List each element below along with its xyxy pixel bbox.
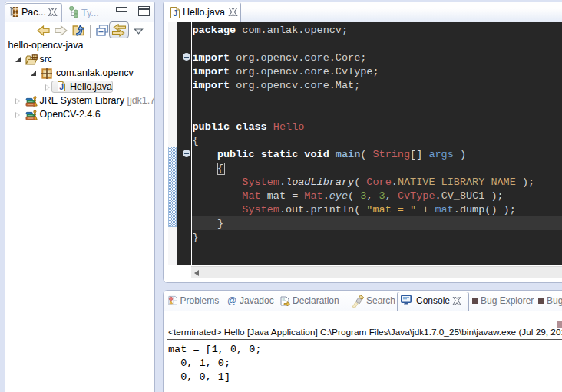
svg-text:J: J <box>173 8 177 18</box>
svg-text:J: J <box>59 82 64 91</box>
